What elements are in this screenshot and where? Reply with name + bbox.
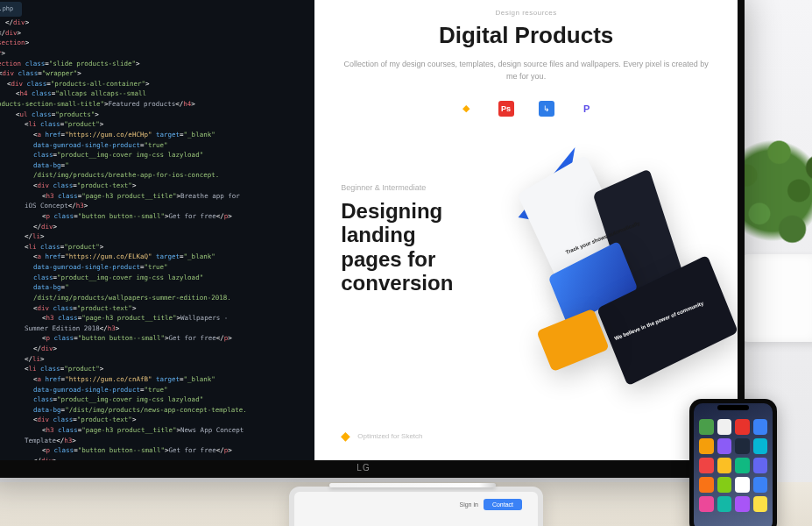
design-eyebrow: Design resources xyxy=(341,9,711,17)
code-line: </div> xyxy=(0,28,307,39)
decorative-orange xyxy=(537,308,611,372)
app-icon[interactable] xyxy=(753,419,768,435)
app-icon[interactable] xyxy=(753,458,768,473)
code-line: <div class="wrapper"> xyxy=(0,68,307,79)
code-line: class="product__img-cover img-css lazylo… xyxy=(0,273,307,283)
product-level: Beginner & Intermediate xyxy=(341,183,507,192)
apple-pencil xyxy=(329,483,496,487)
code-line: <a href="https://gum.co/cnAfB" target="_… xyxy=(0,374,307,385)
code-line: <h4 class="allcaps allcaps--small xyxy=(0,89,307,99)
app-icon[interactable] xyxy=(699,438,714,454)
app-icon[interactable] xyxy=(717,419,732,435)
code-line: <hr> xyxy=(0,48,307,59)
code-line: <div class="product-text"> xyxy=(0,181,307,191)
code-line: iOS Concept</h3> xyxy=(0,201,307,211)
code-line: </section> xyxy=(0,38,307,48)
code-line: data-bg="/dist/img/products/news-app-con… xyxy=(0,405,307,416)
code-line: <h3 class="page-h3 product__title">News … xyxy=(0,425,307,436)
app-icon[interactable] xyxy=(753,438,768,454)
browser-pane[interactable]: Design resources Digital Products Collec… xyxy=(314,0,738,460)
tablet-signin-link[interactable]: Sign in xyxy=(459,501,477,508)
app-icon[interactable] xyxy=(735,458,750,473)
tablet: Sign in Contact xyxy=(289,487,543,526)
phone-notch xyxy=(717,405,749,410)
product-title: Designing landing pages for conversion xyxy=(341,199,507,295)
app-icon[interactable] xyxy=(735,496,750,512)
code-line: <a href="https://gum.co/ELKaQ" target="_… xyxy=(0,252,307,262)
app-icon[interactable] xyxy=(717,496,732,512)
app-icon[interactable] xyxy=(735,438,750,454)
code-line: data-bg=" xyxy=(0,282,307,293)
design-title: Digital Products xyxy=(341,22,711,49)
app-icon[interactable] xyxy=(699,419,714,435)
tablet-header: Sign in Contact xyxy=(310,499,522,510)
app-icon[interactable] xyxy=(717,438,732,454)
app-icon[interactable] xyxy=(753,496,768,512)
code-line: class="product__img-cover img-css lazylo… xyxy=(0,150,307,160)
photoshop-icon[interactable]: Ps xyxy=(498,101,514,117)
code-editor[interactable]: ts.php </div> </div></section><hr><secti… xyxy=(0,0,314,460)
app-icon[interactable] xyxy=(735,477,750,493)
code-line: <h3 class="page-h3 product__title">Wallp… xyxy=(0,313,307,323)
code-line: <h3 class="page-h3 product__title">Breat… xyxy=(0,191,307,202)
app-icon[interactable] xyxy=(699,496,714,512)
code-line: /dist/img/products/wallpapers-summer-edi… xyxy=(0,293,307,303)
featured-product: Beginner & Intermediate Designing landin… xyxy=(341,143,711,336)
sketch-icon[interactable]: ◆ xyxy=(458,101,474,117)
code-line: data-bg=" xyxy=(0,160,307,171)
product-artwork: Track your shows automatically We believ… xyxy=(525,143,711,336)
app-icon[interactable] xyxy=(717,458,732,473)
code-line: <p class="button button--small">Get for … xyxy=(0,333,307,344)
code-line: </li> xyxy=(0,354,307,365)
sketch-diamond-icon: ◆ xyxy=(341,429,350,443)
code-line: <a href="https://gum.co/eHCHp" target="_… xyxy=(0,130,307,140)
code-line: </div> xyxy=(0,456,307,460)
tool-icon[interactable]: ↳ xyxy=(539,101,554,117)
code-line: <p class="button button--small">Get for … xyxy=(0,211,307,222)
code-body: </div> </div></section><hr><section clas… xyxy=(0,18,307,460)
code-line: <ul class="products"> xyxy=(0,110,307,120)
code-line: </div> xyxy=(0,222,307,232)
design-subtitle: Collection of my design courses, templat… xyxy=(341,58,711,83)
code-line: </li> xyxy=(0,231,307,242)
code-line: <li class="product"> xyxy=(0,119,307,130)
code-line: Template</h3> xyxy=(0,436,307,446)
code-line: <div class="product-text"> xyxy=(0,303,307,314)
code-line: data-gumroad-single-product="true" xyxy=(0,140,307,151)
code-line: <p class="button button--small">Get for … xyxy=(0,445,307,456)
code-line: <li class="product"> xyxy=(0,364,307,374)
code-line: <li class="product"> xyxy=(0,242,307,252)
plant-pot xyxy=(742,254,812,342)
code-line: </div> xyxy=(0,344,307,354)
monitor-brand: LG xyxy=(357,463,370,473)
code-line: <div class="products-all-container"> xyxy=(0,79,307,89)
app-icon[interactable] xyxy=(753,477,768,493)
app-icon[interactable] xyxy=(699,477,714,493)
code-line: <div class="product-text"> xyxy=(0,415,307,425)
iphone xyxy=(689,399,777,526)
app-icon[interactable] xyxy=(735,419,750,435)
app-icon[interactable] xyxy=(717,477,732,493)
tablet-contact-button[interactable]: Contact xyxy=(484,499,522,510)
p-tool-icon[interactable]: P xyxy=(579,101,595,117)
code-line: class="product__img-cover img-css lazylo… xyxy=(0,394,307,405)
code-line: <section class="slide products-slide"> xyxy=(0,59,307,69)
code-line: </div> xyxy=(0,18,307,28)
code-line: data-gumroad-single-product="true" xyxy=(0,262,307,273)
code-line: data-gumroad-single-product="true" xyxy=(0,385,307,395)
code-line: /dist/img/products/breathe-app-for-ios-c… xyxy=(0,170,307,181)
sketch-footer: ◆ Optimized for Sketch xyxy=(341,429,422,443)
tool-icon-row: ◆ Ps ↳ P xyxy=(341,101,711,117)
app-icon[interactable] xyxy=(699,458,714,473)
code-line: Summer Edition 2018</h3> xyxy=(0,323,307,334)
monitor: ts.php </div> </div></section><hr><secti… xyxy=(0,0,745,478)
monitor-screen: ts.php </div> </div></section><hr><secti… xyxy=(0,0,738,460)
code-line: products-section-small-title">Featured p… xyxy=(0,99,307,110)
editor-tab[interactable]: ts.php xyxy=(0,2,22,17)
phone-home-screen[interactable] xyxy=(694,403,773,526)
